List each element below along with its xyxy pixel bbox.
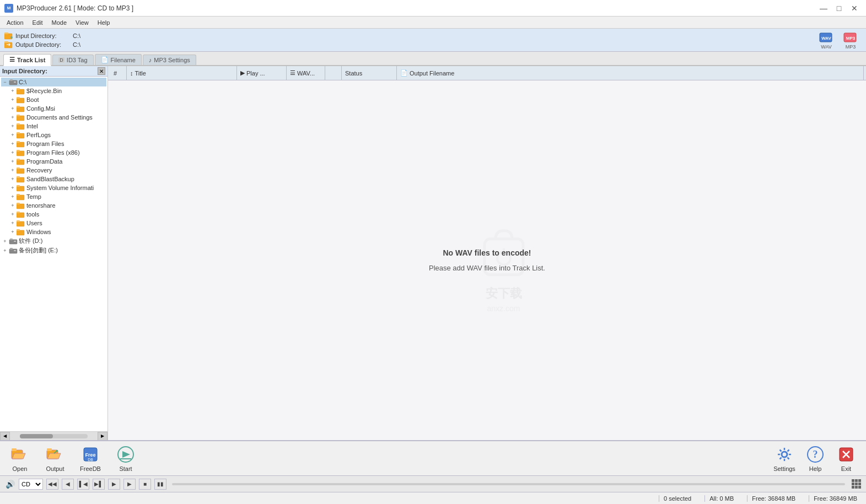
menu-mode[interactable]: Mode <box>47 18 72 27</box>
transport-prev[interactable]: ◀ <box>62 479 74 490</box>
tree-expand-programdata[interactable]: + <box>9 158 17 165</box>
tab-id3-tag[interactable]: D ID3 Tag <box>52 55 93 65</box>
tree-item-recycle[interactable]: + $Recycle.Bin <box>1 86 106 95</box>
tabs-bar: ☰ Track List D ID3 Tag 📄 Filename ♪ MP3 … <box>0 52 866 66</box>
tab-track-list[interactable]: ☰ Track List <box>3 54 51 66</box>
tree-expand-perflogs[interactable]: + <box>9 131 17 139</box>
tree-expand-tools[interactable]: + <box>9 210 17 218</box>
tree-item-docs-settings[interactable]: + Documents and Settings <box>1 113 106 122</box>
col-header-output[interactable]: 📄 Output Filename <box>397 66 864 80</box>
transport-progress-slider[interactable] <box>172 483 845 485</box>
transport-stop[interactable]: ■ <box>139 479 151 490</box>
tree-item-program-files[interactable]: + Program Files <box>1 139 106 148</box>
tree-label-system-volume: System Volume Informati <box>26 185 94 191</box>
output-button[interactable]: Output <box>42 445 68 472</box>
tree-expand-users[interactable]: + <box>9 219 17 227</box>
tree-item-users[interactable]: + Users <box>1 219 106 227</box>
tree-item-boot[interactable]: + Boot <box>1 95 106 104</box>
tab-filename[interactable]: 📄 Filename <box>95 54 142 65</box>
close-button[interactable]: ✕ <box>847 3 862 14</box>
tree-label-intel: Intel <box>26 123 38 129</box>
col-header-num[interactable]: # <box>110 66 127 80</box>
tree-item-windows[interactable]: + Windows <box>1 227 106 236</box>
tree-item-intel[interactable]: + Intel <box>1 122 106 131</box>
col-header-blank[interactable] <box>325 66 342 80</box>
tree-item-config-msi[interactable]: + Config.Msi <box>1 104 106 113</box>
mp3-icon-btn[interactable]: MP3 MP3 <box>840 30 862 50</box>
col-header-wav[interactable]: ☰ WAV... <box>287 66 325 80</box>
tree-item-tools[interactable]: + tools <box>1 210 106 219</box>
transport-play[interactable]: ▶ <box>123 479 136 490</box>
col-header-status[interactable]: Status <box>342 66 397 80</box>
freedb-label: FreeDB <box>80 465 101 472</box>
hscroll-right-arrow[interactable]: ▶ <box>98 432 107 441</box>
help-button[interactable]: ? Help <box>802 445 829 472</box>
col-header-play[interactable]: ▶ Play ... <box>237 66 287 80</box>
tab-mp3-settings[interactable]: ♪ MP3 Settings <box>143 55 196 65</box>
minimize-button[interactable]: ― <box>816 3 831 14</box>
transport-grid-view[interactable] <box>851 479 862 490</box>
output-dir-value: C:\ <box>73 41 80 48</box>
tree-expand-system-volume[interactable]: + <box>9 184 17 192</box>
main-area: Input Directory: ✕ − C:\ + <box>0 66 866 440</box>
tree-expand-recycle[interactable]: + <box>9 87 17 95</box>
start-button[interactable]: Start <box>112 445 139 472</box>
menu-help[interactable]: Help <box>93 18 115 27</box>
tree-item-sandblast[interactable]: + SandBlastBackup <box>1 175 106 183</box>
transport-next[interactable]: ▶ <box>108 479 120 490</box>
tree-item-recovery[interactable]: + Recovery <box>1 166 106 175</box>
exit-button[interactable]: Exit <box>833 445 859 472</box>
settings-button[interactable]: Settings <box>771 445 798 472</box>
freedb-button[interactable]: Free DB FreeDB <box>77 445 104 472</box>
tree-expand-windows[interactable]: + <box>9 228 17 236</box>
open-icon <box>10 445 30 464</box>
tree-item-program-files-x86[interactable]: + Program Files (x86) <box>1 148 106 157</box>
tree-expand-program-files-x86[interactable]: + <box>9 149 17 156</box>
directory-section: Input Directory: C:\ Output Directory: C… <box>4 32 815 48</box>
tree-hscroll[interactable]: ◀ ▶ <box>0 431 107 440</box>
menu-action[interactable]: Action <box>2 18 28 27</box>
tree-expand-tenorshare[interactable]: + <box>9 202 17 209</box>
menu-view[interactable]: View <box>71 18 93 27</box>
tree-expand-recovery[interactable]: + <box>9 166 17 174</box>
start-label: Start <box>119 465 132 472</box>
tree-expand-docs-settings[interactable]: + <box>9 113 17 121</box>
output-dir-label: Output Directory: <box>15 41 71 48</box>
tree-item-perflogs[interactable]: + PerfLogs <box>1 131 106 139</box>
tree-expand-boot[interactable]: + <box>9 96 17 104</box>
left-panel: Input Directory: ✕ − C:\ + <box>0 66 108 440</box>
transport-last[interactable]: ▶▌ <box>93 479 105 490</box>
tree-item-programdata[interactable]: + ProgramData <box>1 157 106 166</box>
tree-expand-temp[interactable]: + <box>9 193 17 200</box>
tree-expand-intel[interactable]: + <box>9 122 17 130</box>
tree-expand-d-drive[interactable]: + <box>1 237 9 245</box>
open-button[interactable]: Open <box>7 445 33 472</box>
tree-expand-e-drive[interactable]: + <box>1 247 9 254</box>
tab-filename-label: Filename <box>111 57 136 63</box>
maximize-button[interactable]: □ <box>832 3 846 14</box>
transport-pause[interactable]: ▮▮ <box>154 479 166 490</box>
hscroll-thumb[interactable] <box>20 434 53 438</box>
tree-item-c-root[interactable]: − C:\ <box>1 78 106 86</box>
tree-expand-sandblast[interactable]: + <box>9 175 17 183</box>
tree-expand-program-files[interactable]: + <box>9 140 17 148</box>
hscroll-left-arrow[interactable]: ◀ <box>0 432 10 441</box>
transport-cd-select[interactable]: CD MP3 WAV <box>19 479 43 490</box>
tree-container[interactable]: − C:\ + $Recycle.Bin <box>0 77 107 431</box>
tree-item-system-volume[interactable]: + System Volume Informati <box>1 183 106 192</box>
transport-prev-prev[interactable]: ◀◀ <box>46 479 58 490</box>
svg-point-2 <box>10 36 13 39</box>
wav-icon-btn[interactable]: WAV WAV <box>815 30 837 50</box>
tree-item-d-drive[interactable]: + 软件 (D:) <box>1 236 106 246</box>
menu-edit[interactable]: Edit <box>28 18 47 27</box>
start-icon <box>116 445 136 464</box>
tree-expand-config-msi[interactable]: + <box>9 105 17 112</box>
tree-item-tenorshare[interactable]: + tenorshare <box>1 201 106 210</box>
tree-item-e-drive[interactable]: + 备份[勿删] (E:) <box>1 246 106 255</box>
tree-item-temp[interactable]: + Temp <box>1 192 106 201</box>
tree-expand-c-root[interactable]: − <box>1 78 9 86</box>
col-header-title[interactable]: ↕ Title <box>127 66 237 80</box>
hscroll-track[interactable] <box>20 434 88 438</box>
transport-first[interactable]: ▌◀ <box>77 479 89 490</box>
left-panel-close[interactable]: ✕ <box>98 67 105 75</box>
